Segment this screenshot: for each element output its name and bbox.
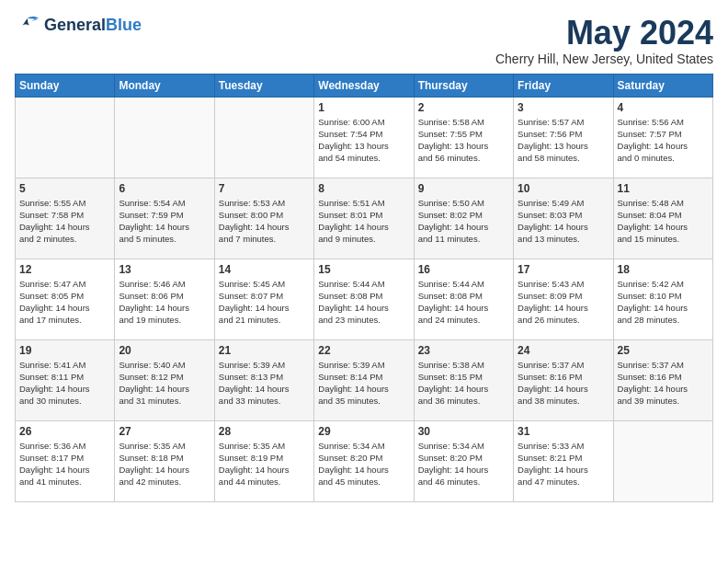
- calendar-cell: 4Sunrise: 5:56 AM Sunset: 7:57 PM Daylig…: [613, 97, 712, 178]
- weekday-header-monday: Monday: [115, 74, 214, 97]
- day-info: Sunrise: 5:53 AM Sunset: 8:00 PM Dayligh…: [219, 197, 310, 246]
- calendar-cell: 8Sunrise: 5:51 AM Sunset: 8:01 PM Daylig…: [314, 178, 414, 259]
- weekday-header-thursday: Thursday: [414, 74, 513, 97]
- day-info: Sunrise: 5:40 AM Sunset: 8:12 PM Dayligh…: [119, 359, 210, 408]
- day-info: Sunrise: 5:54 AM Sunset: 7:59 PM Dayligh…: [119, 197, 210, 246]
- calendar-cell: 1Sunrise: 6:00 AM Sunset: 7:54 PM Daylig…: [314, 97, 414, 178]
- day-info: Sunrise: 5:51 AM Sunset: 8:01 PM Dayligh…: [318, 197, 409, 246]
- page-header: GeneralBlue May 2024 Cherry Hill, New Je…: [15, 15, 713, 66]
- day-info: Sunrise: 5:45 AM Sunset: 8:07 PM Dayligh…: [219, 278, 310, 327]
- calendar-cell: 28Sunrise: 5:35 AM Sunset: 8:19 PM Dayli…: [214, 420, 313, 501]
- day-info: Sunrise: 5:34 AM Sunset: 8:20 PM Dayligh…: [418, 440, 509, 488]
- day-number: 10: [518, 182, 609, 195]
- calendar-cell: [613, 420, 712, 501]
- day-number: 28: [219, 425, 310, 438]
- calendar-cell: 26Sunrise: 5:36 AM Sunset: 8:17 PM Dayli…: [16, 420, 115, 501]
- location: Cherry Hill, New Jersey, United States: [495, 52, 713, 66]
- logo-bird-icon: [15, 15, 40, 37]
- calendar-cell: 7Sunrise: 5:53 AM Sunset: 8:00 PM Daylig…: [214, 178, 313, 259]
- weekday-header-friday: Friday: [514, 74, 613, 97]
- calendar-cell: 29Sunrise: 5:34 AM Sunset: 8:20 PM Dayli…: [314, 420, 414, 501]
- day-number: 23: [418, 344, 509, 357]
- calendar-cell: 21Sunrise: 5:39 AM Sunset: 8:13 PM Dayli…: [214, 339, 313, 420]
- day-number: 19: [19, 344, 110, 357]
- calendar-header: SundayMondayTuesdayWednesdayThursdayFrid…: [16, 74, 713, 97]
- day-number: 5: [19, 182, 110, 195]
- title-block: May 2024 Cherry Hill, New Jersey, United…: [495, 15, 713, 66]
- day-number: 16: [418, 263, 509, 276]
- calendar-week-row: 19Sunrise: 5:41 AM Sunset: 8:11 PM Dayli…: [16, 339, 713, 420]
- day-info: Sunrise: 5:46 AM Sunset: 8:06 PM Dayligh…: [119, 278, 210, 327]
- day-number: 17: [518, 263, 609, 276]
- day-number: 9: [418, 182, 509, 195]
- day-number: 3: [518, 101, 609, 114]
- day-number: 24: [518, 344, 609, 357]
- calendar-cell: 2Sunrise: 5:58 AM Sunset: 7:55 PM Daylig…: [414, 97, 513, 178]
- day-info: Sunrise: 5:49 AM Sunset: 8:03 PM Dayligh…: [518, 197, 609, 246]
- calendar-cell: 17Sunrise: 5:43 AM Sunset: 8:09 PM Dayli…: [514, 259, 613, 339]
- day-number: 11: [618, 182, 709, 195]
- calendar-cell: 12Sunrise: 5:47 AM Sunset: 8:05 PM Dayli…: [16, 259, 115, 339]
- calendar-cell: 25Sunrise: 5:37 AM Sunset: 8:16 PM Dayli…: [613, 339, 712, 420]
- calendar-body: 1Sunrise: 6:00 AM Sunset: 7:54 PM Daylig…: [16, 97, 713, 501]
- calendar-cell: 24Sunrise: 5:37 AM Sunset: 8:16 PM Dayli…: [514, 339, 613, 420]
- day-info: Sunrise: 5:55 AM Sunset: 7:58 PM Dayligh…: [19, 197, 110, 246]
- day-info: Sunrise: 5:48 AM Sunset: 8:04 PM Dayligh…: [618, 197, 709, 246]
- day-number: 4: [618, 101, 709, 114]
- day-info: Sunrise: 5:56 AM Sunset: 7:57 PM Dayligh…: [618, 116, 709, 165]
- day-info: Sunrise: 5:42 AM Sunset: 8:10 PM Dayligh…: [618, 278, 709, 327]
- calendar-cell: 22Sunrise: 5:39 AM Sunset: 8:14 PM Dayli…: [314, 339, 414, 420]
- calendar-cell: 16Sunrise: 5:44 AM Sunset: 8:08 PM Dayli…: [414, 259, 513, 339]
- weekday-header-sunday: Sunday: [16, 74, 115, 97]
- day-info: Sunrise: 5:47 AM Sunset: 8:05 PM Dayligh…: [19, 278, 110, 327]
- month-title: May 2024: [495, 15, 713, 52]
- calendar-cell: 23Sunrise: 5:38 AM Sunset: 8:15 PM Dayli…: [414, 339, 513, 420]
- calendar-week-row: 12Sunrise: 5:47 AM Sunset: 8:05 PM Dayli…: [16, 259, 713, 339]
- weekday-header-row: SundayMondayTuesdayWednesdayThursdayFrid…: [16, 74, 713, 97]
- day-info: Sunrise: 5:36 AM Sunset: 8:17 PM Dayligh…: [19, 440, 110, 488]
- day-number: 25: [618, 344, 709, 357]
- calendar-cell: 30Sunrise: 5:34 AM Sunset: 8:20 PM Dayli…: [414, 420, 513, 501]
- day-info: Sunrise: 5:44 AM Sunset: 8:08 PM Dayligh…: [318, 278, 409, 327]
- day-number: 26: [19, 425, 110, 438]
- day-number: 27: [119, 425, 210, 438]
- calendar-cell: 27Sunrise: 5:35 AM Sunset: 8:18 PM Dayli…: [115, 420, 214, 501]
- calendar-cell: 14Sunrise: 5:45 AM Sunset: 8:07 PM Dayli…: [214, 259, 313, 339]
- day-number: 21: [219, 344, 310, 357]
- calendar-cell: 9Sunrise: 5:50 AM Sunset: 8:02 PM Daylig…: [414, 178, 513, 259]
- day-number: 22: [318, 344, 409, 357]
- calendar-cell: 18Sunrise: 5:42 AM Sunset: 8:10 PM Dayli…: [613, 259, 712, 339]
- day-number: 1: [318, 101, 409, 114]
- day-info: Sunrise: 5:44 AM Sunset: 8:08 PM Dayligh…: [418, 278, 509, 327]
- calendar-cell: 19Sunrise: 5:41 AM Sunset: 8:11 PM Dayli…: [16, 339, 115, 420]
- calendar-cell: 11Sunrise: 5:48 AM Sunset: 8:04 PM Dayli…: [613, 178, 712, 259]
- calendar-week-row: 1Sunrise: 6:00 AM Sunset: 7:54 PM Daylig…: [16, 97, 713, 178]
- day-info: Sunrise: 5:39 AM Sunset: 8:14 PM Dayligh…: [318, 359, 409, 408]
- day-number: 6: [119, 182, 210, 195]
- day-number: 29: [318, 425, 409, 438]
- calendar-cell: 31Sunrise: 5:33 AM Sunset: 8:21 PM Dayli…: [514, 420, 613, 501]
- calendar-cell: 10Sunrise: 5:49 AM Sunset: 8:03 PM Dayli…: [514, 178, 613, 259]
- day-number: 13: [119, 263, 210, 276]
- calendar-week-row: 5Sunrise: 5:55 AM Sunset: 7:58 PM Daylig…: [16, 178, 713, 259]
- calendar-cell: 6Sunrise: 5:54 AM Sunset: 7:59 PM Daylig…: [115, 178, 214, 259]
- calendar-cell: [16, 97, 115, 178]
- day-info: Sunrise: 5:43 AM Sunset: 8:09 PM Dayligh…: [518, 278, 609, 327]
- weekday-header-saturday: Saturday: [613, 74, 712, 97]
- weekday-header-tuesday: Tuesday: [214, 74, 313, 97]
- calendar-cell: 13Sunrise: 5:46 AM Sunset: 8:06 PM Dayli…: [115, 259, 214, 339]
- calendar-cell: 20Sunrise: 5:40 AM Sunset: 8:12 PM Dayli…: [115, 339, 214, 420]
- logo: GeneralBlue: [15, 15, 142, 37]
- logo-text: GeneralBlue: [44, 17, 142, 35]
- day-number: 14: [219, 263, 310, 276]
- day-number: 20: [119, 344, 210, 357]
- calendar-cell: [115, 97, 214, 178]
- day-number: 12: [19, 263, 110, 276]
- day-info: Sunrise: 5:37 AM Sunset: 8:16 PM Dayligh…: [618, 359, 709, 408]
- day-number: 7: [219, 182, 310, 195]
- day-number: 2: [418, 101, 509, 114]
- day-info: Sunrise: 5:38 AM Sunset: 8:15 PM Dayligh…: [418, 359, 509, 408]
- weekday-header-wednesday: Wednesday: [314, 74, 414, 97]
- calendar-week-row: 26Sunrise: 5:36 AM Sunset: 8:17 PM Dayli…: [16, 420, 713, 501]
- day-number: 8: [318, 182, 409, 195]
